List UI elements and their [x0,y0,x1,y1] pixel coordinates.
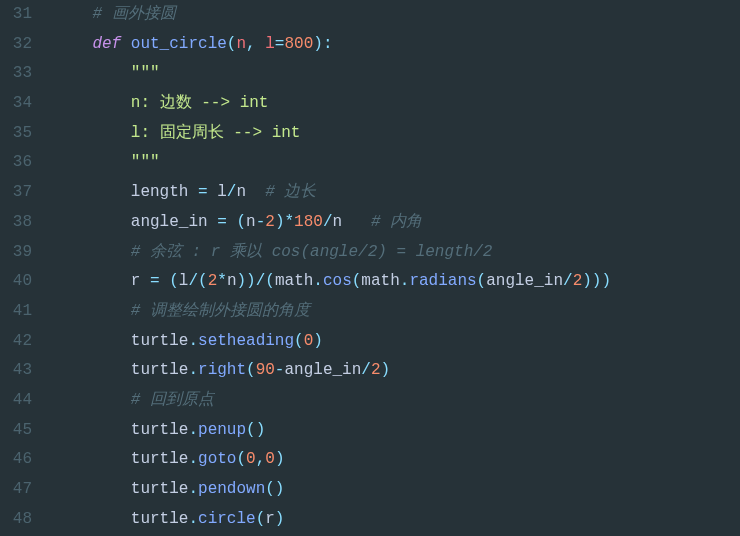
token: )) [237,272,256,290]
code-line[interactable]: # 调整绘制外接圆的角度 [54,297,611,327]
line-number: 48 [10,505,32,535]
code-line[interactable]: length = l/n # 边长 [54,178,611,208]
token: 0 [246,450,256,468]
code-line[interactable]: turtle.setheading(0) [54,327,611,357]
code-line[interactable]: turtle.pendown() [54,475,611,505]
line-number: 41 [10,297,32,327]
token: # 回到原点 [131,391,214,409]
token: . [188,332,198,350]
indent [54,332,131,350]
token: / [188,272,198,290]
token [227,213,237,231]
line-number: 39 [10,238,32,268]
line-number: 38 [10,208,32,238]
indent [54,124,131,142]
code-line[interactable]: # 余弦 : r 乘以 cos(angle/2) = length/2 [54,238,611,268]
token: r [131,272,150,290]
token: * [217,272,227,290]
indent [54,480,131,498]
token: . [188,421,198,439]
code-line[interactable]: # 回到原点 [54,386,611,416]
indent [54,243,131,261]
token: angle_in [131,213,217,231]
token: l [179,272,189,290]
token: out_circle [131,35,227,53]
token: circle [198,510,256,528]
token: n [236,183,265,201]
token: ( [198,272,208,290]
token: # 边长 [265,183,316,201]
token: turtle [131,421,189,439]
token: # 调整绘制外接圆的角度 [131,302,310,320]
token: turtle [131,510,189,528]
token: , [256,450,266,468]
token: r [265,510,275,528]
token: ( [236,213,246,231]
code-line[interactable]: def out_circle(n, l=800): [54,30,611,60]
token: ) [275,213,285,231]
indent [54,361,131,379]
token: turtle [131,480,189,498]
token [160,272,170,290]
token: . [188,450,198,468]
line-number: 43 [10,356,32,386]
token: 180 [294,213,323,231]
code-line[interactable]: turtle.penup() [54,416,611,446]
token: . [188,361,198,379]
token: # 内角 [371,213,422,231]
code-line[interactable]: """ [54,148,611,178]
code-line[interactable]: turtle.right(90-angle_in/2) [54,356,611,386]
code-area[interactable]: # 画外接圆 def out_circle(n, l=800): """ n: … [46,0,619,536]
token: . [400,272,410,290]
token: angle_in [284,361,361,379]
line-number: 42 [10,327,32,357]
code-line[interactable]: turtle.goto(0,0) [54,445,611,475]
line-number-gutter: 313233343536373839404142434445464748 [0,0,46,536]
token: radians [409,272,476,290]
indent [54,64,131,82]
token: = [150,272,160,290]
token: def [92,35,130,53]
token: turtle [131,450,189,468]
token: 0 [265,450,275,468]
token: () [246,421,265,439]
token: ) [381,361,391,379]
code-line[interactable]: angle_in = (n-2)*180/n # 内角 [54,208,611,238]
token: ): [313,35,332,53]
token: 90 [256,361,275,379]
token: / [323,213,333,231]
token: math [361,272,399,290]
token: = [198,183,208,201]
code-editor[interactable]: 313233343536373839404142434445464748 # 画… [0,0,740,536]
token: ( [265,272,275,290]
token: l: 固定周长 --> int [131,124,301,142]
token: / [256,272,266,290]
token: cos [323,272,352,290]
indent [54,5,92,23]
token: 2 [573,272,583,290]
line-number: 34 [10,89,32,119]
token: pendown [198,480,265,498]
code-line[interactable]: n: 边数 --> int [54,89,611,119]
token: ( [227,35,237,53]
token: 800 [284,35,313,53]
token: () [265,480,284,498]
code-line[interactable]: """ [54,59,611,89]
code-line[interactable]: turtle.circle(r) [54,505,611,535]
token: ( [246,361,256,379]
code-line[interactable]: l: 固定周长 --> int [54,119,611,149]
token: / [227,183,237,201]
token: ( [477,272,487,290]
token: l [265,35,275,53]
line-number: 33 [10,59,32,89]
indent [54,183,131,201]
code-line[interactable]: # 画外接圆 [54,0,611,30]
token: ( [169,272,179,290]
token: / [563,272,573,290]
code-line[interactable]: r = (l/(2*n))/(math.cos(math.radians(ang… [54,267,611,297]
token: ))) [582,272,611,290]
token: n [236,35,246,53]
token: 2 [371,361,381,379]
line-number: 37 [10,178,32,208]
token: = [217,213,227,231]
